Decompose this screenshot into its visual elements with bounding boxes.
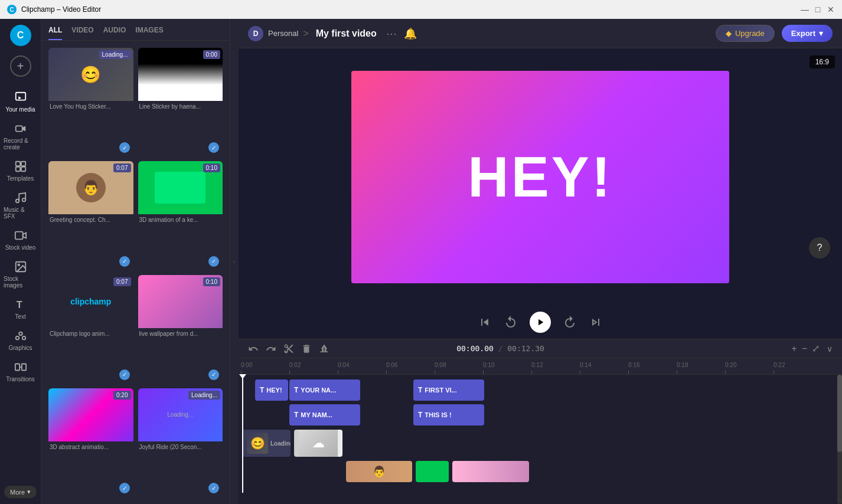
media-item[interactable]: 0:10 ✓ 3D animation of a ke... [138, 161, 223, 270]
close-button[interactable]: ✕ [827, 5, 835, 14]
cloud-video-clip[interactable]: ☁ [294, 430, 342, 457]
notifications-bell-icon[interactable]: 🔔 [404, 27, 417, 40]
media-item[interactable]: 😊 Loading... ✓ Love You Hug Sticker... [48, 48, 133, 156]
thisis-clip[interactable]: T THIS IS ! [413, 404, 484, 426]
project-menu-button[interactable]: ⋯ [386, 27, 397, 40]
greeting-video-clip[interactable]: 👨 [346, 461, 412, 482]
media-item[interactable]: 0:10 ✓ live wallpaper from d... [138, 275, 223, 384]
split-icon [319, 343, 329, 354]
minimize-button[interactable]: — [801, 5, 809, 14]
zoom-in-button[interactable]: + [791, 343, 797, 354]
upgrade-button[interactable]: ◆ Upgrade [716, 25, 775, 42]
selected-check: ✓ [119, 483, 130, 493]
undo-icon [248, 343, 259, 354]
diamond-icon: ◆ [726, 29, 732, 38]
media-item[interactable]: 👨 0:07 ✓ Greeting concept. Ch... [48, 161, 133, 270]
aspect-ratio-badge[interactable]: 16:9 [810, 55, 835, 68]
forward-button[interactable] [563, 315, 577, 329]
zoom-out-button[interactable]: − [802, 343, 807, 354]
sidebar-item-graphics[interactable]: Graphics [0, 325, 41, 356]
ruler-mark: 0:12 [531, 362, 580, 374]
ruler-mark: 0:04 [338, 362, 386, 374]
selected-check: ✓ [208, 256, 219, 267]
rewind-button[interactable] [504, 315, 518, 329]
sidebar-item-record-create[interactable]: Record & create [0, 117, 41, 155]
chevron-down-icon: ▾ [27, 488, 31, 496]
undo-button[interactable] [248, 343, 259, 354]
text-track-row-2: T MY NAM... T THIS IS ! [239, 403, 842, 427]
sidebar-item-stock-images[interactable]: Stock images [0, 256, 41, 293]
duration-badge: 0:00 [203, 50, 220, 59]
media-item[interactable]: 0:00 ✓ Line Sticker by haena... [138, 48, 223, 156]
cut-button[interactable] [283, 343, 294, 354]
stock-images-icon [14, 260, 27, 273]
bottom-video-row: 👨 [239, 460, 842, 483]
timeline-scrollbar[interactable] [837, 375, 842, 504]
sidebar-item-label: Templates [7, 175, 34, 182]
split-button[interactable] [319, 343, 329, 354]
current-time: 00:00.00 [456, 344, 494, 353]
timeline-collapse-button[interactable]: ∨ [827, 344, 833, 354]
tracks-container: T HEY! T YOUR NA... T FIRST VI... [239, 375, 842, 493]
timeline-scroll-thumb[interactable] [837, 375, 842, 452]
skip-back-icon [478, 315, 492, 329]
skip-forward-button[interactable] [589, 315, 603, 329]
ruler-mark: 0:22 [774, 362, 822, 374]
svg-rect-0 [15, 93, 25, 100]
playhead[interactable] [242, 375, 243, 493]
project-title[interactable]: My first video [316, 28, 377, 39]
sidebar-item-label: Music & SFX [4, 207, 37, 220]
svg-rect-5 [21, 167, 25, 171]
sidebar-item-music-sfx[interactable]: Music & SFX [0, 186, 41, 224]
myname-clip[interactable]: T MY NAM... [289, 404, 360, 426]
play-button[interactable] [530, 312, 551, 333]
redo-button[interactable] [266, 343, 276, 354]
svg-point-6 [15, 199, 19, 203]
media-item-label: live wallpaper from d... [138, 328, 223, 339]
export-button[interactable]: Export ▾ [782, 25, 833, 42]
sidebar-item-your-media[interactable]: Your media [0, 86, 41, 117]
media-panel: ALL VIDEO AUDIO IMAGES 😊 Loading... ✓ Lo… [41, 19, 230, 504]
tab-all[interactable]: ALL [48, 26, 62, 40]
svg-rect-15 [15, 364, 19, 371]
ruler-mark: 0:00 [241, 362, 289, 374]
window-controls[interactable]: — □ ✕ [801, 5, 835, 14]
expand-button[interactable]: ⤢ [812, 343, 820, 354]
sidebar: C + Your media Record & create [0, 19, 41, 504]
selected-check: ✓ [119, 256, 130, 267]
sidebar-item-text[interactable]: T Text [0, 293, 41, 325]
playback-controls [239, 306, 842, 339]
tab-images[interactable]: IMAGES [135, 26, 163, 40]
yourname-clip[interactable]: T YOUR NA... [289, 379, 360, 401]
hey-clip[interactable]: T HEY! [255, 379, 288, 401]
text-clip-icon: T [294, 386, 298, 394]
delete-button[interactable] [301, 343, 312, 354]
svg-point-14 [22, 336, 25, 340]
sidebar-item-label: Stock images [4, 276, 37, 289]
svg-point-10 [18, 264, 19, 266]
media-item[interactable]: 0:20 ✓ 3D abstract animatio... [48, 388, 133, 497]
sidebar-item-templates[interactable]: Templates [0, 155, 41, 186]
workspace-name[interactable]: Personal [268, 29, 298, 38]
firstname-clip[interactable]: T FIRST VI... [413, 379, 484, 401]
sidebar-item-transitions[interactable]: Transitions [0, 356, 41, 387]
sidebar-item-stock-video[interactable]: Stock video [0, 224, 41, 256]
green-video-clip[interactable] [416, 461, 449, 482]
media-item[interactable]: clipchamp 0:07 ✓ Clipchamp logo anim... [48, 275, 133, 384]
tab-video[interactable]: VIDEO [71, 26, 93, 40]
media-tabs: ALL VIDEO AUDIO IMAGES [41, 19, 230, 41]
maximize-button[interactable]: □ [814, 5, 822, 14]
more-button[interactable]: More ▾ [4, 486, 37, 498]
ruler-mark: 0:14 [580, 362, 628, 374]
help-button[interactable]: ? [809, 237, 830, 258]
loading-video-clip[interactable]: 😊 Loading... [242, 430, 291, 457]
chevron-down-icon: ▾ [819, 29, 823, 38]
pink-video-clip[interactable] [452, 461, 529, 482]
media-item[interactable]: Loading... Loading... ✓ Joyful Ride (20 … [138, 388, 223, 497]
panel-collapse-handle[interactable]: ‹ [230, 19, 239, 504]
add-button[interactable]: + [10, 55, 31, 77]
skip-back-button[interactable] [478, 315, 492, 329]
ruler-mark: 0:02 [289, 362, 338, 374]
tab-audio[interactable]: AUDIO [103, 26, 126, 40]
video-track-row: 😊 Loading... ☁ [239, 428, 842, 459]
